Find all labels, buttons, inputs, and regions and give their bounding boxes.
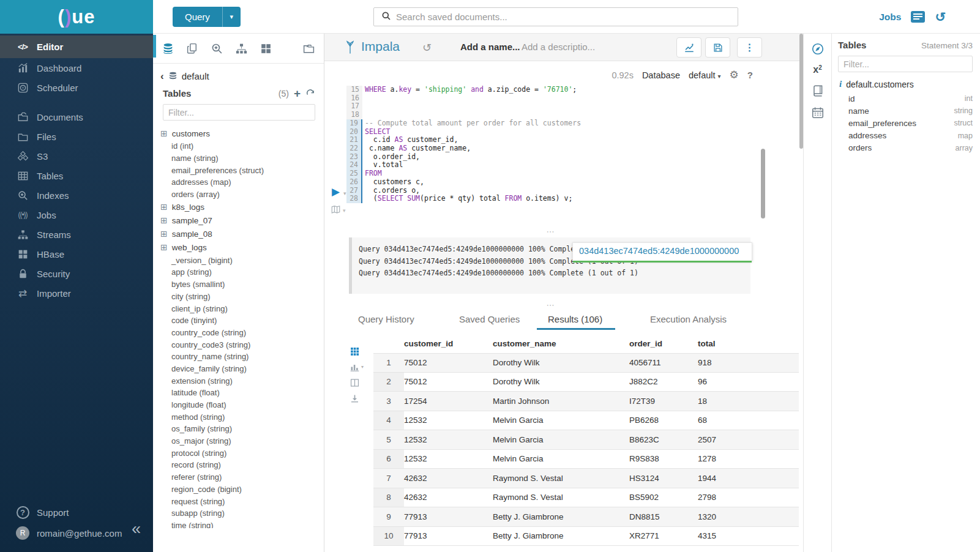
functions-icon[interactable]: x2 bbox=[804, 64, 831, 75]
column-item[interactable]: os_family (string) bbox=[153, 423, 324, 435]
active-table-ref[interactable]: i default.customers bbox=[838, 77, 973, 92]
table-item[interactable]: ⊞web_logs bbox=[153, 241, 324, 254]
database-select[interactable]: default ▾ bbox=[689, 70, 721, 80]
column-item[interactable]: protocol (string) bbox=[153, 447, 324, 459]
query-button-label[interactable]: Query bbox=[173, 7, 222, 27]
column-item[interactable]: client_ip (string) bbox=[153, 302, 324, 315]
column-item[interactable]: code (tinyint) bbox=[153, 315, 324, 327]
tables-filter-input[interactable] bbox=[163, 104, 315, 121]
column-item[interactable]: subapp (string) bbox=[153, 507, 324, 520]
sidebar-item-s3[interactable]: S3 bbox=[0, 146, 153, 166]
column-item[interactable]: addresses (map) bbox=[153, 176, 324, 188]
sidebar-item-support[interactable]: ? Support bbox=[0, 502, 153, 523]
documents-assist-icon[interactable] bbox=[186, 42, 199, 55]
column-item[interactable]: orders (array) bbox=[153, 188, 324, 201]
sidebar-item-editor[interactable]: </>Editor bbox=[0, 35, 153, 58]
column-header-customer_id[interactable]: customer_id bbox=[404, 339, 493, 348]
column-item[interactable]: id (int) bbox=[153, 140, 324, 152]
chart-type-caret-icon[interactable]: ▾ bbox=[361, 364, 364, 370]
sql-code-editor[interactable]: 15WHERE a.key = 'shipping' and a.zip_cod… bbox=[346, 86, 581, 203]
job-id-link[interactable]: 034d413ec7474ed5:4249de1000000000 bbox=[573, 243, 752, 256]
info-icon[interactable]: i bbox=[839, 79, 842, 89]
table-item[interactable]: ⊞sample_07 bbox=[153, 214, 324, 227]
presentation-caret-icon[interactable]: ▾ bbox=[343, 207, 346, 214]
tab-query-history[interactable]: Query History bbox=[358, 314, 414, 324]
column-header-order_id[interactable]: order_id bbox=[629, 339, 698, 348]
resize-handle-bottom[interactable]: ⋯ bbox=[526, 303, 575, 308]
sidebar-collapse-icon[interactable]: « bbox=[132, 520, 141, 539]
assistant-compass-icon[interactable] bbox=[804, 42, 831, 56]
sidebar-item-scheduler[interactable]: Scheduler bbox=[0, 78, 153, 97]
sitemap-assist-icon[interactable] bbox=[235, 42, 248, 55]
sql-assist-icon[interactable] bbox=[162, 42, 174, 55]
language-reference-icon[interactable] bbox=[804, 84, 831, 97]
sidebar-item-tables[interactable]: Tables bbox=[0, 166, 153, 185]
sidebar-item-files[interactable]: Files bbox=[0, 127, 153, 146]
column-item[interactable]: country_name (string) bbox=[153, 351, 324, 363]
execute-options-caret-icon[interactable]: ▾ bbox=[343, 190, 346, 196]
job-id-popup[interactable]: 034d413ec7474ed5:4249de1000000000 bbox=[572, 242, 752, 261]
sidebar-item-indexes[interactable]: Indexes bbox=[0, 185, 153, 205]
save-button[interactable] bbox=[705, 37, 730, 58]
right-column-item[interactable]: addressesmap bbox=[838, 130, 973, 142]
sidebar-item-documents[interactable]: Documents bbox=[0, 107, 153, 127]
column-item[interactable]: extension (string) bbox=[153, 375, 324, 387]
column-item[interactable]: time (string) bbox=[153, 520, 324, 528]
column-item[interactable]: record (string) bbox=[153, 459, 324, 471]
column-item[interactable]: _version_ (bigint) bbox=[153, 254, 324, 266]
column-item[interactable]: referer (string) bbox=[153, 471, 324, 483]
tab-saved-queries[interactable]: Saved Queries bbox=[459, 314, 520, 324]
column-item[interactable]: device_family (string) bbox=[153, 363, 324, 375]
column-item[interactable]: country_code3 (string) bbox=[153, 338, 324, 351]
grid-view-icon[interactable] bbox=[350, 346, 365, 356]
hue-logo[interactable]: ()ue bbox=[58, 6, 95, 28]
jobs-list-icon[interactable] bbox=[911, 11, 925, 23]
execute-query-button[interactable]: ▶ bbox=[332, 187, 340, 197]
more-actions-button[interactable]: ⋮ bbox=[737, 37, 762, 58]
sidebar-item-hbase[interactable]: HBase bbox=[0, 244, 153, 264]
presentation-mode-icon[interactable] bbox=[331, 205, 341, 217]
sidebar-item-user[interactable]: R romain@gethue.com bbox=[0, 523, 153, 543]
back-chevron-icon[interactable]: ‹ bbox=[160, 71, 164, 81]
apps-assist-icon[interactable] bbox=[260, 42, 272, 55]
query-name-field[interactable]: Add a name... bbox=[460, 42, 520, 52]
column-item[interactable]: email_preferences (struct) bbox=[153, 164, 324, 176]
editor-history-icon[interactable]: ↺ bbox=[422, 41, 432, 54]
help-question-icon[interactable]: ? bbox=[747, 70, 753, 80]
right-filter-input[interactable] bbox=[838, 56, 973, 72]
search-assist-icon[interactable] bbox=[211, 42, 223, 55]
settings-gear-icon[interactable]: ⚙ bbox=[730, 69, 739, 81]
right-column-item[interactable]: email_preferencesstruct bbox=[838, 117, 973, 129]
column-header-total[interactable]: total bbox=[698, 339, 799, 348]
editor-scrollbar[interactable] bbox=[761, 149, 765, 218]
sidebar-item-importer[interactable]: ⇄Importer bbox=[0, 283, 153, 303]
right-column-item[interactable]: ordersarray bbox=[838, 142, 973, 154]
column-item[interactable]: latitude (float) bbox=[153, 387, 324, 399]
right-column-item[interactable]: namestring bbox=[838, 105, 973, 117]
table-item[interactable]: ⊞k8s_logs bbox=[153, 200, 324, 214]
scheduler-calendar-icon[interactable] bbox=[804, 106, 831, 119]
search-input[interactable] bbox=[396, 12, 738, 22]
query-history-icon[interactable]: ↺ bbox=[935, 10, 946, 23]
column-item[interactable]: region_code (bigint) bbox=[153, 483, 324, 496]
column-item[interactable]: os_major (string) bbox=[153, 435, 324, 447]
sidebar-item-dashboard[interactable]: Dashboard bbox=[0, 58, 153, 78]
tab-results-[interactable]: Results (106) bbox=[548, 314, 602, 324]
column-item[interactable]: app (string) bbox=[153, 266, 324, 278]
tab-execution-analysis[interactable]: Execution Analysis bbox=[650, 314, 727, 324]
download-icon[interactable] bbox=[350, 393, 365, 404]
current-database[interactable]: default bbox=[182, 71, 209, 81]
column-item[interactable]: bytes (smallint) bbox=[153, 278, 324, 291]
open-folder-icon[interactable] bbox=[302, 42, 315, 55]
refresh-icon[interactable] bbox=[305, 89, 315, 99]
sidebar-item-streams[interactable]: Streams bbox=[0, 225, 153, 244]
column-item[interactable]: country_code (string) bbox=[153, 327, 324, 339]
jobs-link[interactable]: Jobs bbox=[879, 12, 901, 23]
new-query-button[interactable]: Query ▾ bbox=[173, 7, 241, 27]
sidebar-item-security[interactable]: Security bbox=[0, 264, 153, 283]
column-item[interactable]: city (string) bbox=[153, 291, 324, 303]
column-header-customer_name[interactable]: customer_name bbox=[493, 339, 629, 348]
right-column-item[interactable]: idint bbox=[838, 92, 973, 105]
column-item[interactable]: name (string) bbox=[153, 152, 324, 165]
table-item[interactable]: ⊞customers bbox=[153, 127, 324, 140]
